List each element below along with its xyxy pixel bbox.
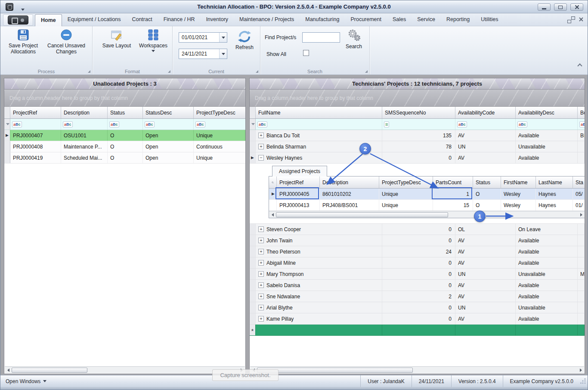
table-row[interactable]: PRJ0000408 Maintenance P... O Open Conti… [4, 141, 245, 152]
text-filter-icon[interactable]: aBc [63, 121, 73, 127]
text-filter-icon[interactable]: aBc [145, 121, 155, 127]
tab-utilities[interactable]: Utilities [475, 13, 504, 26]
column-header-clipped[interactable]: Boo [578, 107, 585, 118]
column-header-clipped[interactable]: Sta [573, 176, 585, 188]
technician-row-expanded[interactable]: ▶ −Wesley Haynes 0 AV Available [250, 152, 585, 164]
group-by-area[interactable]: Drag a column header here to group by th… [4, 90, 245, 107]
save-project-allocations-button[interactable]: Save Project Allocations [4, 27, 43, 55]
text-filter-icon[interactable]: aB [579, 121, 585, 127]
group-by-area[interactable]: Drag a column header here to group by th… [250, 90, 585, 107]
tab-finance-hr[interactable]: Finance / HR [158, 13, 201, 26]
dialog-launcher-icon[interactable] [88, 70, 90, 73]
scrollbar-thumb[interactable] [257, 368, 413, 373]
tab-home[interactable]: Home [35, 14, 62, 26]
filter-cell[interactable]: aBc [194, 119, 245, 130]
technician-row[interactable]: +John Twain 0 AV Available [250, 235, 585, 246]
tab-inventory[interactable]: Inventory [201, 13, 234, 26]
column-header-lastname[interactable]: LastName [536, 176, 573, 188]
scrollbar-thumb[interactable] [12, 368, 87, 373]
technician-row[interactable]: +Steven Cooper 0 OL On Leave [250, 224, 585, 235]
filter-cell[interactable]: aBc [108, 119, 143, 130]
scroll-right-icon[interactable] [578, 212, 585, 218]
expand-button[interactable]: + [258, 294, 264, 299]
scrollbar-thumb[interactable] [276, 212, 448, 217]
horizontal-scrollbar[interactable] [250, 366, 584, 373]
technician-row[interactable]: +Arial Blythe 0 UN Unavailable [250, 302, 585, 313]
tab-service[interactable]: Service [412, 13, 441, 26]
tab-assigned-projects[interactable]: Assigned Projects [272, 166, 327, 176]
column-header-availabilitycode[interactable]: AvailabilityCode [455, 107, 516, 118]
expand-button[interactable]: + [258, 260, 264, 266]
technician-row[interactable]: +Abigail Milne 0 AV Available [250, 257, 585, 269]
chevron-down-icon[interactable] [219, 33, 227, 42]
filter-cell[interactable]: aBc [61, 119, 108, 130]
technician-row[interactable]: +Sne Ndwalane 2 AV Available [250, 291, 585, 302]
cancel-unsaved-changes-button[interactable]: Cancel Unsaved Changes [43, 27, 89, 55]
column-header-projectref[interactable]: ProjectRef [10, 107, 61, 118]
dialog-launcher-icon[interactable] [365, 70, 368, 73]
expand-button[interactable]: + [258, 144, 264, 149]
date-to-picker[interactable]: 24/11/2021 [179, 49, 227, 59]
bpo-app-button[interactable] [3, 14, 33, 26]
scroll-left-icon[interactable] [5, 367, 12, 373]
technician-row[interactable]: +Mary Thompson 0 UN Unavailable Ma [250, 269, 585, 280]
table-row[interactable]: PRJ0000419 Scheduled Mai... O Open Uniqu… [4, 152, 245, 164]
date-from-picker[interactable]: 01/01/2021 [179, 32, 227, 43]
text-filter-icon[interactable]: aBc [109, 121, 119, 127]
dialog-launcher-icon[interactable] [256, 70, 258, 73]
maximize-button[interactable] [554, 3, 567, 11]
column-header-description[interactable]: Description [61, 107, 108, 118]
text-filter-icon[interactable]: aBc [12, 121, 22, 127]
technician-row[interactable]: +Theo Peterson 24 AV Available [250, 246, 585, 257]
scroll-right-icon[interactable] [577, 367, 584, 373]
save-layout-button[interactable]: Save Layout [99, 27, 135, 49]
mdi-close-button[interactable] [579, 17, 583, 23]
column-header-status[interactable]: Status [473, 176, 501, 188]
column-header-description[interactable]: Description [320, 176, 379, 188]
show-all-checkbox[interactable] [303, 50, 309, 56]
tab-contract[interactable]: Contract [126, 13, 158, 26]
dialog-launcher-icon[interactable] [168, 70, 170, 73]
expand-button[interactable]: + [258, 316, 264, 322]
search-header-cell[interactable] [269, 176, 277, 188]
column-header-availabilitydesc[interactable]: AvailabilityDesc [516, 107, 578, 118]
minimize-button[interactable] [538, 3, 551, 11]
text-filter-icon[interactable]: aBc [195, 121, 205, 127]
column-header-smssequenceno[interactable]: SMSSequenceNo [382, 107, 455, 118]
filter-cell[interactable]: aB [578, 119, 585, 130]
search-button[interactable]: Search [340, 28, 367, 50]
column-header-partscount[interactable]: PartsCount [433, 176, 473, 188]
tab-reporting[interactable]: Reporting [441, 13, 475, 26]
filter-cell[interactable]: aBc [455, 119, 516, 130]
expand-button[interactable]: + [258, 226, 264, 232]
filter-cell[interactable]: = [382, 119, 455, 130]
expand-button[interactable]: + [258, 305, 264, 310]
filter-cell[interactable]: aBc [10, 119, 61, 130]
table-row[interactable]: ▶ PRJ0000407 OSU1001 O Open Unique [4, 130, 245, 141]
column-header-status[interactable]: Status [108, 107, 143, 118]
column-header-firstname[interactable]: FirstName [501, 176, 536, 188]
open-windows-menu[interactable]: Open Windows [0, 378, 46, 384]
tab-manufacturing[interactable]: Manufacturing [300, 13, 345, 26]
workspaces-button[interactable]: Workspaces [136, 27, 170, 52]
close-button[interactable] [570, 3, 583, 11]
filter-cell[interactable]: aBc [516, 119, 578, 130]
expand-button[interactable]: + [258, 238, 264, 243]
find-projects-input[interactable] [302, 32, 340, 43]
expand-button[interactable]: + [258, 271, 264, 277]
column-header-fullname[interactable]: FullName [256, 107, 382, 118]
assigned-project-row[interactable]: PRJ0000413 PRJ408/BS001 Unique 15 O Wesl… [269, 200, 585, 211]
technician-row[interactable]: +Kame Pillay 0 AV Available [250, 313, 585, 325]
filter-cell[interactable]: aBc [143, 119, 194, 130]
column-header-statusdesc[interactable]: StatusDesc [143, 107, 194, 118]
assigned-project-row[interactable]: ▶ PRJ0000405 8601010202 Unique 1 O Wesle… [269, 189, 585, 200]
expand-button[interactable]: + [258, 282, 264, 288]
technician-row[interactable]: +Belinda Sharman 78 UN Unavailable [250, 141, 585, 152]
horizontal-scrollbar[interactable] [5, 366, 245, 373]
column-header-projectref[interactable]: ProjectRef [277, 176, 320, 188]
tab-procurement[interactable]: Procurement [345, 13, 387, 26]
detail-horizontal-scrollbar[interactable] [269, 211, 585, 218]
tab-maintenance-projects[interactable]: Maintenance / Projects [234, 13, 300, 26]
tab-equipment-locations[interactable]: Equipment / Locations [62, 13, 127, 26]
filter-cell[interactable]: aBc [256, 119, 382, 130]
